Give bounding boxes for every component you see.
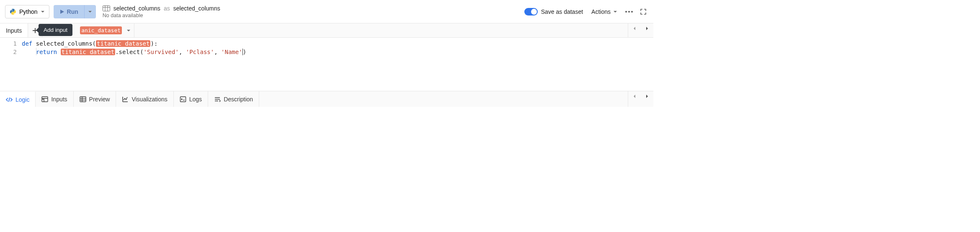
caret-right-icon [645, 94, 649, 98]
svg-point-5 [628, 11, 630, 13]
svg-rect-8 [80, 97, 86, 102]
svg-rect-0 [103, 5, 110, 11]
run-button-group: Run [54, 5, 96, 18]
expand-button[interactable] [638, 7, 648, 17]
tab-logs[interactable]: Logs [174, 91, 208, 107]
caret-down-icon [126, 28, 131, 33]
inputs-icon [41, 96, 48, 103]
inputs-nav [628, 23, 653, 37]
logs-icon [180, 96, 186, 103]
inputs-bar: Inputs Add input anic_dataset [0, 23, 653, 38]
tab-label: Visualizations [132, 96, 167, 103]
output-alias: selected_columns [173, 5, 220, 12]
code-editor[interactable]: 1 2 def selected_columns(titanic_dataset… [0, 38, 653, 91]
preview-icon [80, 96, 86, 103]
svg-rect-12 [180, 97, 186, 102]
tabs-nav [628, 91, 653, 107]
tab-inputs[interactable]: Inputs [36, 91, 73, 107]
line-number: 2 [0, 48, 17, 56]
code-line-1: def selected_columns(titanic_dataset): [22, 39, 246, 48]
language-label: Python [19, 8, 38, 15]
more-menu[interactable] [624, 7, 634, 17]
python-icon [10, 8, 16, 15]
svg-point-4 [625, 11, 627, 13]
language-selector[interactable]: Python [5, 5, 49, 18]
code-icon [6, 96, 13, 103]
output-name: selected_columns [113, 5, 160, 12]
code-lines: def selected_columns(titanic_dataset): r… [22, 39, 246, 91]
tab-description[interactable]: Description [208, 91, 259, 107]
tabs-prev[interactable] [628, 91, 641, 101]
tab-label: Preview [89, 96, 110, 103]
bottom-tabs: Logic Inputs Preview Visualizations Logs… [0, 91, 653, 107]
output-subtitle: No data available [103, 13, 220, 18]
expand-icon [640, 8, 647, 15]
toggle-switch-on[interactable] [524, 8, 538, 15]
output-title-block: selected_columns as selected_columns No … [103, 5, 220, 18]
inputs-next[interactable] [641, 23, 653, 34]
run-button[interactable]: Run [54, 5, 84, 18]
save-as-dataset-toggle[interactable]: Save as dataset [524, 8, 583, 15]
code-line-2: return titanic_dataset.select('Survived'… [22, 48, 246, 56]
line-gutter: 1 2 [0, 39, 22, 91]
save-toggle-label: Save as dataset [541, 8, 583, 15]
run-dropdown[interactable] [84, 5, 96, 18]
table-icon [103, 5, 110, 11]
tab-label: Description [224, 96, 253, 103]
play-icon [59, 9, 64, 14]
tab-label: Logic [15, 96, 29, 103]
caret-down-icon [88, 10, 92, 14]
svg-point-6 [631, 11, 633, 13]
line-number: 1 [0, 39, 17, 48]
add-input-tooltip: Add input [39, 24, 72, 36]
input-chip-label: anic_dataset [80, 26, 122, 34]
caret-down-icon [613, 10, 617, 14]
caret-down-icon [41, 10, 45, 14]
caret-left-icon [632, 94, 637, 98]
actions-menu[interactable]: Actions [591, 8, 617, 15]
tab-label: Logs [189, 96, 202, 103]
caret-left-icon [632, 26, 637, 31]
top-toolbar: Python Run selected_columns as selected_… [0, 0, 653, 23]
actions-label: Actions [591, 8, 611, 15]
tab-visualizations[interactable]: Visualizations [116, 91, 173, 107]
ellipsis-icon [625, 10, 633, 13]
inputs-prev[interactable] [628, 23, 641, 34]
input-chip[interactable]: anic_dataset [80, 23, 134, 37]
caret-right-icon [645, 26, 649, 31]
run-label: Run [67, 8, 78, 15]
title-as: as [164, 5, 170, 12]
tabs-next[interactable] [641, 91, 653, 101]
tab-preview[interactable]: Preview [74, 91, 116, 107]
chart-icon [122, 96, 129, 103]
tab-label: Inputs [51, 96, 67, 103]
tab-logic[interactable]: Logic [0, 91, 36, 107]
description-icon [214, 96, 221, 103]
inputs-label: Inputs [0, 23, 28, 37]
